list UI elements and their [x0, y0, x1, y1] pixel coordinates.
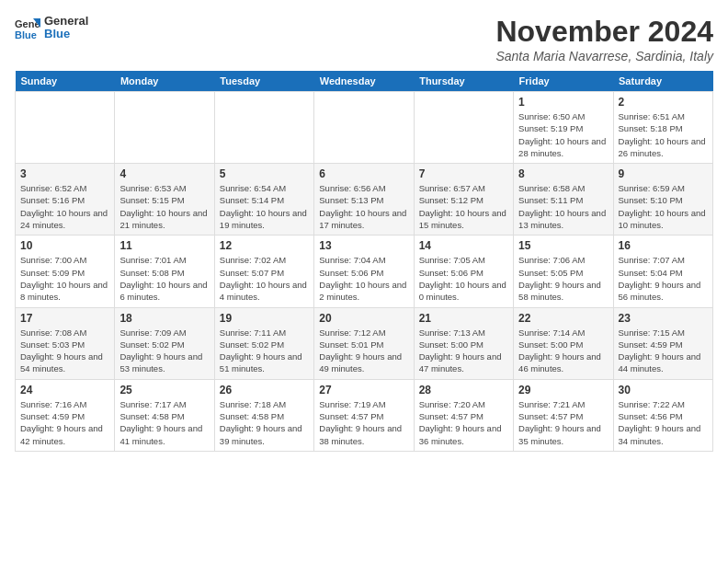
calendar-cell: 30Sunrise: 7:22 AMSunset: 4:56 PMDayligh…	[613, 379, 712, 451]
calendar-cell: 11Sunrise: 7:01 AMSunset: 5:08 PMDayligh…	[115, 236, 214, 307]
header-friday: Friday	[514, 71, 613, 92]
day-number: 3	[20, 167, 109, 180]
day-number: 17	[20, 312, 109, 325]
calendar-cell: 1Sunrise: 6:50 AMSunset: 5:19 PMDaylight…	[514, 92, 613, 164]
calendar-cell: 2Sunrise: 6:51 AMSunset: 5:18 PMDaylight…	[613, 92, 712, 164]
day-info: Sunrise: 7:21 AMSunset: 4:57 PMDaylight:…	[518, 398, 608, 447]
calendar-cell: 17Sunrise: 7:08 AMSunset: 5:03 PMDayligh…	[16, 307, 115, 379]
day-number: 27	[319, 384, 408, 396]
calendar-cell: 4Sunrise: 6:53 AMSunset: 5:15 PMDaylight…	[115, 164, 214, 236]
calendar-cell: 10Sunrise: 7:00 AMSunset: 5:09 PMDayligh…	[16, 236, 115, 307]
day-info: Sunrise: 7:06 AMSunset: 5:05 PMDaylight:…	[518, 254, 608, 303]
day-number: 2	[619, 96, 708, 109]
calendar-cell: 23Sunrise: 7:15 AMSunset: 4:59 PMDayligh…	[613, 307, 712, 379]
day-number: 1	[518, 96, 608, 109]
calendar-cell	[214, 92, 313, 164]
day-info: Sunrise: 6:52 AMSunset: 5:16 PMDaylight:…	[20, 182, 109, 231]
svg-text:Blue: Blue	[15, 29, 37, 40]
day-info: Sunrise: 7:12 AMSunset: 5:01 PMDaylight:…	[319, 327, 408, 375]
month-title: November 2024	[495, 15, 713, 49]
day-info: Sunrise: 7:05 AMSunset: 5:06 PMDaylight:…	[419, 254, 508, 303]
calendar-cell: 18Sunrise: 7:09 AMSunset: 5:02 PMDayligh…	[115, 307, 214, 379]
day-info: Sunrise: 6:56 AMSunset: 5:13 PMDaylight:…	[319, 182, 408, 231]
location-subtitle: Santa Maria Navarrese, Sardinia, Italy	[495, 49, 713, 63]
calendar-cell	[115, 92, 214, 164]
day-info: Sunrise: 7:17 AMSunset: 4:58 PMDaylight:…	[119, 398, 209, 447]
day-number: 11	[119, 239, 209, 252]
day-number: 10	[20, 239, 109, 252]
day-info: Sunrise: 6:54 AMSunset: 5:14 PMDaylight:…	[220, 182, 309, 231]
calendar-cell: 22Sunrise: 7:14 AMSunset: 5:00 PMDayligh…	[514, 307, 613, 379]
calendar-cell: 21Sunrise: 7:13 AMSunset: 5:00 PMDayligh…	[414, 307, 513, 379]
calendar-cell: 12Sunrise: 7:02 AMSunset: 5:07 PMDayligh…	[214, 236, 313, 307]
day-info: Sunrise: 7:04 AMSunset: 5:06 PMDaylight:…	[319, 254, 408, 303]
calendar-cell: 20Sunrise: 7:12 AMSunset: 5:01 PMDayligh…	[314, 307, 414, 379]
day-info: Sunrise: 7:11 AMSunset: 5:02 PMDaylight:…	[220, 327, 309, 375]
header-saturday: Saturday	[613, 71, 712, 92]
header-sunday: Sunday	[16, 71, 115, 92]
day-info: Sunrise: 7:09 AMSunset: 5:02 PMDaylight:…	[119, 327, 209, 375]
calendar-cell: 26Sunrise: 7:18 AMSunset: 4:58 PMDayligh…	[214, 379, 313, 451]
calendar-cell: 25Sunrise: 7:17 AMSunset: 4:58 PMDayligh…	[115, 379, 214, 451]
day-number: 16	[619, 239, 708, 252]
logo-text: GeneralBlue	[44, 15, 88, 41]
day-number: 25	[119, 384, 209, 396]
calendar-cell	[314, 92, 414, 164]
day-number: 30	[619, 384, 708, 396]
calendar-cell: 5Sunrise: 6:54 AMSunset: 5:14 PMDaylight…	[214, 164, 313, 236]
calendar-cell: 24Sunrise: 7:16 AMSunset: 4:59 PMDayligh…	[16, 379, 115, 451]
day-number: 23	[619, 312, 708, 325]
calendar-cell	[16, 92, 115, 164]
title-section: November 2024 Santa Maria Navarrese, Sar…	[495, 15, 713, 63]
day-number: 21	[419, 312, 508, 325]
calendar-cell: 29Sunrise: 7:21 AMSunset: 4:57 PMDayligh…	[514, 379, 613, 451]
day-info: Sunrise: 7:15 AMSunset: 4:59 PMDaylight:…	[619, 327, 708, 375]
day-number: 13	[319, 239, 408, 252]
calendar-week-row: 17Sunrise: 7:08 AMSunset: 5:03 PMDayligh…	[16, 307, 713, 379]
calendar-cell: 15Sunrise: 7:06 AMSunset: 5:05 PMDayligh…	[514, 236, 613, 307]
calendar-header-row: Sunday Monday Tuesday Wednesday Thursday…	[16, 71, 713, 92]
calendar-week-row: 24Sunrise: 7:16 AMSunset: 4:59 PMDayligh…	[16, 379, 713, 451]
logo-icon: General Blue	[15, 15, 40, 40]
calendar-cell: 9Sunrise: 6:59 AMSunset: 5:10 PMDaylight…	[613, 164, 712, 236]
day-info: Sunrise: 6:59 AMSunset: 5:10 PMDaylight:…	[619, 182, 708, 231]
header-monday: Monday	[115, 71, 214, 92]
day-number: 15	[518, 239, 608, 252]
day-number: 6	[319, 167, 408, 180]
day-info: Sunrise: 6:50 AMSunset: 5:19 PMDaylight:…	[518, 110, 608, 159]
calendar-cell: 6Sunrise: 6:56 AMSunset: 5:13 PMDaylight…	[314, 164, 414, 236]
day-number: 18	[119, 312, 209, 325]
calendar-week-row: 1Sunrise: 6:50 AMSunset: 5:19 PMDaylight…	[16, 92, 713, 164]
day-info: Sunrise: 6:57 AMSunset: 5:12 PMDaylight:…	[419, 182, 508, 231]
day-number: 14	[419, 239, 508, 252]
day-number: 12	[220, 239, 309, 252]
calendar-cell: 16Sunrise: 7:07 AMSunset: 5:04 PMDayligh…	[613, 236, 712, 307]
day-info: Sunrise: 7:19 AMSunset: 4:57 PMDaylight:…	[319, 398, 408, 447]
calendar-cell	[414, 92, 513, 164]
calendar-week-row: 10Sunrise: 7:00 AMSunset: 5:09 PMDayligh…	[16, 236, 713, 307]
calendar-cell: 13Sunrise: 7:04 AMSunset: 5:06 PMDayligh…	[314, 236, 414, 307]
day-info: Sunrise: 6:51 AMSunset: 5:18 PMDaylight:…	[619, 110, 708, 159]
day-info: Sunrise: 7:13 AMSunset: 5:00 PMDaylight:…	[419, 327, 508, 375]
header-tuesday: Tuesday	[214, 71, 313, 92]
day-number: 9	[619, 167, 708, 180]
day-number: 22	[518, 312, 608, 325]
calendar-cell: 19Sunrise: 7:11 AMSunset: 5:02 PMDayligh…	[214, 307, 313, 379]
day-number: 4	[119, 167, 209, 180]
calendar-table: Sunday Monday Tuesday Wednesday Thursday…	[15, 71, 713, 452]
day-number: 29	[518, 384, 608, 396]
day-number: 26	[220, 384, 309, 396]
day-info: Sunrise: 6:58 AMSunset: 5:11 PMDaylight:…	[518, 182, 608, 231]
day-info: Sunrise: 6:53 AMSunset: 5:15 PMDaylight:…	[119, 182, 209, 231]
day-number: 7	[419, 167, 508, 180]
day-info: Sunrise: 7:18 AMSunset: 4:58 PMDaylight:…	[220, 398, 309, 447]
header-wednesday: Wednesday	[314, 71, 414, 92]
day-info: Sunrise: 7:16 AMSunset: 4:59 PMDaylight:…	[20, 398, 109, 447]
day-info: Sunrise: 7:07 AMSunset: 5:04 PMDaylight:…	[619, 254, 708, 303]
calendar-cell: 7Sunrise: 6:57 AMSunset: 5:12 PMDaylight…	[414, 164, 513, 236]
day-info: Sunrise: 7:01 AMSunset: 5:08 PMDaylight:…	[119, 254, 209, 303]
logo: General Blue GeneralBlue	[15, 15, 88, 41]
day-number: 5	[220, 167, 309, 180]
day-info: Sunrise: 7:00 AMSunset: 5:09 PMDaylight:…	[20, 254, 109, 303]
day-info: Sunrise: 7:20 AMSunset: 4:57 PMDaylight:…	[419, 398, 508, 447]
